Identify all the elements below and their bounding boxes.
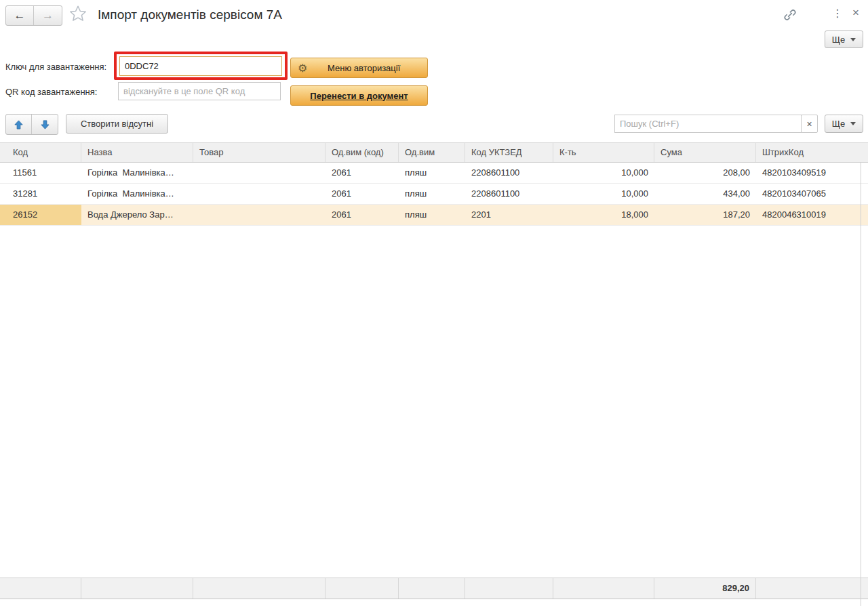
move-up-button[interactable] [6, 115, 32, 134]
table-cell[interactable]: Горілка Малинівка… [81, 184, 193, 204]
app-window: ← → Імпорт документів сервісом 7А ⋮ × Ще… [0, 0, 868, 606]
chevron-down-icon [850, 38, 856, 41]
table-right-border [861, 163, 861, 606]
table-cell[interactable]: 11561 [0, 163, 81, 183]
transfer-label: Перенести в документ [310, 91, 408, 101]
history-nav: ← → [5, 5, 62, 26]
footer-cell [399, 578, 465, 599]
get-link-icon[interactable] [783, 7, 797, 22]
arrow-up-icon [14, 119, 24, 130]
qr-field-label: QR код завантаження: [5, 87, 97, 97]
footer-cell [326, 578, 399, 599]
more-button-label: Ще [832, 119, 845, 129]
table-footer-row: 829,20 [0, 578, 868, 599]
footer-cell [553, 578, 654, 599]
arrow-down-icon [40, 119, 50, 130]
table-cell[interactable]: 2061 [326, 163, 399, 183]
table-cell[interactable] [193, 205, 326, 225]
footer-cell [0, 578, 81, 599]
more-button-list[interactable]: Ще [825, 115, 863, 133]
chevron-down-icon [850, 122, 856, 125]
table-header-row: КодНазваТоварОд.вим (код)Од.вимКод УКТЗЕ… [0, 142, 868, 163]
table-cell[interactable]: 2201 [465, 205, 553, 225]
forward-arrow-icon: → [42, 9, 54, 22]
table-empty-area[interactable] [0, 226, 868, 578]
table-cell[interactable]: 4820103407065 [756, 184, 868, 204]
table-cell[interactable]: 434,00 [654, 184, 756, 204]
footer-cell [193, 578, 326, 599]
table-cell[interactable]: пляш [399, 184, 465, 204]
more-button-label: Ще [832, 35, 845, 45]
search-input[interactable] [614, 115, 802, 133]
close-icon[interactable]: × [852, 6, 859, 20]
table-cell[interactable]: Горілка Малинівка… [81, 163, 193, 183]
column-header[interactable]: Код [0, 143, 81, 162]
table-cell[interactable]: 4820046310019 [756, 205, 868, 225]
table-cell[interactable]: пляш [399, 163, 465, 183]
table-row[interactable]: 11561Горілка Малинівка…2061пляш220860110… [0, 163, 868, 184]
auth-menu-button[interactable]: ⚙ Меню авторизації [290, 58, 428, 78]
column-header[interactable]: К-ть [553, 143, 654, 162]
auth-menu-label: Меню авторизації [317, 63, 411, 73]
footer-cell [465, 578, 553, 599]
column-header[interactable]: Од.вим (код) [326, 143, 399, 162]
column-header[interactable]: ШтрихКод [756, 143, 868, 162]
clear-search-button[interactable]: × [801, 115, 818, 133]
table-cell[interactable]: 31281 [0, 184, 81, 204]
footer-cell [756, 578, 868, 599]
column-header[interactable]: Назва [81, 143, 193, 162]
table-body: 11561Горілка Малинівка…2061пляш220860110… [0, 163, 868, 226]
key-field-label: Ключ для завантаження: [5, 62, 106, 72]
favorite-star-icon[interactable] [68, 4, 87, 23]
table-cell[interactable]: 2061 [326, 205, 399, 225]
page-title: Імпорт документів сервісом 7А [98, 7, 282, 22]
move-buttons [5, 114, 58, 135]
qr-input[interactable] [118, 82, 281, 100]
table-cell[interactable] [193, 184, 326, 204]
gear-icon: ⚙ [298, 62, 307, 75]
table-cell[interactable]: 10,000 [553, 184, 654, 204]
table-row[interactable]: 26152Вода Джерело Зар…2061пляш220118,000… [0, 205, 868, 226]
table-cell[interactable]: 187,20 [654, 205, 756, 225]
table-cell[interactable]: 26152 [0, 205, 81, 225]
table-cell[interactable]: 18,000 [553, 205, 654, 225]
move-down-button[interactable] [32, 115, 58, 134]
table-cell[interactable]: Вода Джерело Зар… [81, 205, 193, 225]
table-cell[interactable] [193, 163, 326, 183]
key-input[interactable] [119, 56, 282, 76]
transfer-to-document-button[interactable]: Перенести в документ [290, 85, 428, 106]
footer-total: 829,20 [654, 578, 756, 599]
table-cell[interactable]: 10,000 [553, 163, 654, 183]
table-cell[interactable]: 208,00 [654, 163, 756, 183]
more-button-top[interactable]: Ще [825, 31, 863, 48]
table-row[interactable]: 31281Горілка Малинівка…2061пляш220860110… [0, 184, 868, 205]
forward-button[interactable]: → [34, 6, 62, 25]
table-cell[interactable]: 4820103409519 [756, 163, 868, 183]
table-cell[interactable]: 2208601100 [465, 184, 553, 204]
column-header[interactable]: Сума [654, 143, 756, 162]
create-missing-button[interactable]: Створити відсутні [66, 114, 168, 134]
documents-table: КодНазваТоварОд.вим (код)Од.вимКод УКТЗЕ… [0, 142, 868, 599]
footer-cell [81, 578, 193, 599]
create-missing-label: Створити відсутні [81, 119, 153, 129]
column-header[interactable]: Товар [193, 143, 326, 162]
column-header[interactable]: Код УКТЗЕД [465, 143, 553, 162]
clear-x-icon: × [806, 119, 812, 129]
menu-kebab-icon[interactable]: ⋮ [832, 7, 843, 20]
back-arrow-icon: ← [14, 9, 26, 22]
back-button[interactable]: ← [6, 6, 34, 25]
table-cell[interactable]: 2208601100 [465, 163, 553, 183]
table-cell[interactable]: пляш [399, 205, 465, 225]
column-header[interactable]: Од.вим [399, 143, 465, 162]
table-cell[interactable]: 2061 [326, 184, 399, 204]
